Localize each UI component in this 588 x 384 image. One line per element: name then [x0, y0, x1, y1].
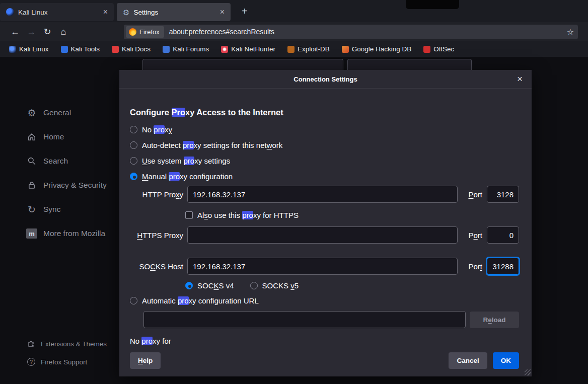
option-no-proxy[interactable]: No proxy — [130, 124, 519, 135]
sidebar-item-label: General — [43, 108, 71, 117]
bookmark-kali-docs[interactable]: Kali Docs — [112, 45, 151, 53]
sidebar-item-extensions-themes[interactable]: Extensions & Themes — [0, 335, 121, 353]
option-automatic-proxy-url[interactable]: Automatic proxy configuration URL — [130, 295, 519, 306]
screen: Kali Linux × ⚙ Settings × + ← → ↻ ⌂ Fire… — [0, 0, 588, 384]
tab-settings[interactable]: ⚙ Settings × — [117, 3, 231, 21]
sidebar-item-label: Extensions & Themes — [41, 340, 107, 348]
sync-icon: ↻ — [26, 204, 38, 215]
corner-popup-fragment — [406, 0, 459, 9]
sidebar-item-general[interactable]: ⚙ General — [0, 101, 121, 125]
dialog-heading: Configure Proxy Access to the Internet — [130, 108, 519, 117]
cancel-button[interactable]: Cancel — [449, 352, 487, 369]
option-auto-detect-proxy[interactable]: Auto-detect proxy settings for this netw… — [130, 140, 519, 150]
bookmark-kali-tools[interactable]: Kali Tools — [61, 45, 100, 53]
bookmark-label: Google Hacking DB — [352, 45, 412, 53]
http-proxy-input[interactable] — [187, 186, 458, 203]
settings-sidebar: ⚙ General Home Search Privacy & Security… — [0, 101, 121, 246]
bookmark-label: Kali Tools — [71, 45, 100, 53]
sidebar-item-label: More from Mozilla — [43, 229, 105, 238]
http-port-label: Port — [464, 190, 482, 199]
tab-close-icon[interactable]: × — [102, 8, 109, 17]
checkbox-label: Also use this proxy for HTTPS — [197, 211, 299, 219]
bookmark-google-hacking-db[interactable]: Google Hacking DB — [342, 45, 412, 53]
home-button[interactable]: ⌂ — [55, 25, 71, 39]
sidebar-item-label: Home — [43, 132, 64, 141]
bookmark-exploit-db[interactable]: Exploit-DB — [287, 45, 330, 53]
tab-label: Settings — [133, 9, 214, 16]
bookmark-label: Kali Linux — [19, 45, 49, 53]
dialog-title: Connection Settings — [293, 75, 357, 83]
tab-kali-linux[interactable]: Kali Linux × — [0, 3, 114, 21]
sidebar-item-home[interactable]: Home — [0, 125, 121, 149]
radio-icon[interactable] — [185, 282, 193, 289]
socks-host-label: SOCKS Host — [130, 262, 183, 271]
https-port-label: Port — [464, 231, 482, 240]
tab-close-icon[interactable]: × — [219, 8, 226, 17]
also-use-for-https-row[interactable]: Also use this proxy for HTTPS — [185, 210, 519, 220]
firefox-chip-label: Firefox — [139, 28, 160, 36]
bookmark-kali-nethunter[interactable]: Kali NetHunter — [221, 45, 275, 53]
kali-tools-favicon-icon — [61, 46, 68, 53]
https-proxy-row: HTTPS Proxy Port — [130, 226, 519, 244]
radio-icon[interactable] — [130, 126, 137, 133]
puzzle-icon — [27, 339, 35, 349]
bookmark-kali-forums[interactable]: Kali Forums — [163, 45, 209, 53]
navigation-toolbar: ← → ↻ ⌂ Firefox about:preferences#search… — [0, 22, 588, 41]
https-port-input[interactable] — [487, 226, 519, 244]
offsec-favicon-icon — [423, 46, 430, 53]
dialog-close-icon[interactable]: × — [515, 73, 525, 85]
tab-bar: Kali Linux × ⚙ Settings × + — [0, 0, 588, 22]
sidebar-item-privacy-security[interactable]: Privacy & Security — [0, 173, 121, 197]
forward-button[interactable]: → — [23, 25, 39, 39]
lock-icon — [26, 181, 38, 190]
sidebar-item-label: Firefox Support — [41, 358, 87, 366]
option-label: Auto-detect proxy settings for this netw… — [142, 141, 282, 149]
bookmark-label: Kali Forums — [173, 45, 209, 53]
bookmark-label: Kali NetHunter — [231, 45, 275, 53]
back-button[interactable]: ← — [7, 25, 23, 39]
no-proxy-for-label: No proxy for — [130, 337, 519, 347]
http-port-input[interactable] — [487, 186, 519, 203]
sidebar-footer: Extensions & Themes ? Firefox Support — [0, 335, 121, 371]
socks-port-label: Port — [464, 262, 482, 271]
bookmark-kali-linux[interactable]: Kali Linux — [9, 45, 49, 53]
sidebar-item-firefox-support[interactable]: ? Firefox Support — [0, 353, 121, 371]
new-tab-button[interactable]: + — [238, 5, 252, 18]
bookmark-label: OffSec — [433, 45, 454, 53]
option-manual-proxy[interactable]: Manual proxy configuration — [130, 171, 519, 182]
auto-url-input[interactable] — [143, 311, 466, 328]
help-button[interactable]: Help — [130, 352, 161, 369]
resize-grip[interactable] — [525, 369, 531, 375]
socks-port-input[interactable] — [487, 258, 519, 275]
bookmark-star-icon[interactable]: ☆ — [567, 27, 574, 37]
settings-gear-icon: ⚙ — [123, 9, 129, 16]
radio-icon[interactable] — [130, 173, 137, 180]
socks-host-input[interactable] — [187, 258, 458, 275]
option-system-proxy[interactable]: Use system proxy settings — [130, 156, 519, 166]
ok-button[interactable]: OK — [493, 352, 519, 369]
radio-icon[interactable] — [130, 157, 137, 165]
sidebar-item-sync[interactable]: ↻ Sync — [0, 197, 121, 221]
firefox-identity-chip[interactable]: Firefox — [126, 26, 164, 38]
sidebar-item-more-from-mozilla[interactable]: m More from Mozilla — [0, 221, 121, 246]
option-label: Manual proxy configuration — [142, 172, 233, 181]
radio-icon[interactable] — [250, 282, 258, 289]
radio-icon[interactable] — [130, 141, 137, 149]
sidebar-item-search[interactable]: Search — [0, 149, 121, 173]
exploit-db-favicon-icon — [287, 46, 295, 53]
dialog-footer: Help Cancel OK — [130, 352, 519, 369]
checkbox-icon[interactable] — [185, 211, 193, 219]
kali-forums-favicon-icon — [163, 46, 170, 53]
reload-button[interactable]: ↻ — [39, 25, 55, 39]
connection-settings-dialog: Connection Settings × Configure Proxy Ac… — [119, 70, 532, 376]
reload-proxy-button[interactable]: Reload — [470, 312, 519, 328]
http-proxy-label: HTTP Proxy — [130, 190, 183, 199]
url-bar[interactable]: Firefox about:preferences#searchResults … — [124, 25, 578, 39]
radio-icon[interactable] — [130, 297, 137, 304]
bookmark-offsec[interactable]: OffSec — [423, 45, 454, 53]
socks-version-row: SOCKS v4 SOCKS v5 — [185, 280, 519, 291]
url-text[interactable]: about:preferences#searchResults — [169, 28, 567, 36]
socks-v4-label: SOCKS v4 — [197, 281, 234, 290]
https-proxy-input[interactable] — [187, 226, 458, 244]
bookmarks-toolbar: Kali Linux Kali Tools Kali Docs Kali For… — [0, 41, 588, 57]
